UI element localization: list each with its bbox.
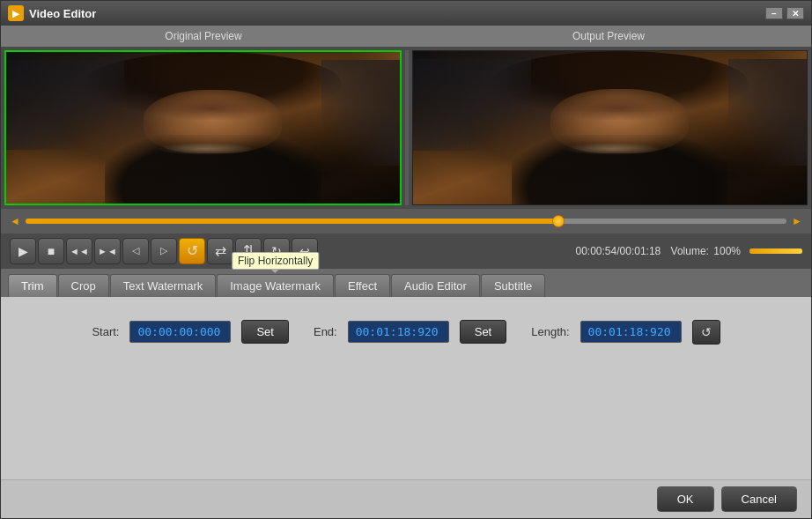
- output-preview-panel: [412, 50, 808, 205]
- start-time-input[interactable]: [129, 321, 231, 343]
- end-label: End:: [314, 325, 337, 338]
- title-bar: ▶ Video Editor − ✕: [1, 1, 811, 26]
- controls-bar: ▶ ■ ◄◄ ►◄ ◁ ▷ ↺ ⇄ ⇅ ↻ ↩ 00:00:54/00:01:1…: [1, 234, 811, 269]
- reset-icon: ↺: [701, 325, 712, 339]
- tab-effect[interactable]: Effect: [335, 274, 390, 297]
- set-end-button[interactable]: Set: [460, 320, 507, 344]
- app-icon: ▶: [8, 5, 24, 21]
- trim-controls: Start: Set End: Set Length: ↺: [18, 320, 794, 345]
- set-start-button[interactable]: Set: [241, 320, 289, 344]
- volume-percent: 100%: [713, 245, 741, 257]
- seekbar-thumb[interactable]: [552, 215, 565, 227]
- preview-labels: Original Preview Output Preview: [1, 26, 811, 47]
- preview-area: [1, 47, 811, 209]
- seekbar-end-arrow: ►: [792, 215, 802, 227]
- undo-button[interactable]: ↩: [292, 238, 318, 264]
- volume-up-button[interactable]: ►◄: [94, 238, 121, 264]
- output-preview-label: Output Preview: [406, 30, 811, 42]
- tab-trim[interactable]: Trim: [8, 274, 57, 297]
- tabs-bar: Trim Crop Text Watermark Image Watermark…: [1, 269, 811, 297]
- seekbar-start-arrow: ◄: [10, 215, 20, 227]
- cancel-button[interactable]: Cancel: [721, 486, 797, 512]
- tab-subtitle[interactable]: Subtitle: [481, 274, 545, 297]
- volume-bar[interactable]: [749, 248, 802, 254]
- reset-button[interactable]: ↺: [692, 320, 720, 345]
- original-preview-panel: [4, 50, 402, 205]
- ok-button[interactable]: OK: [657, 486, 714, 512]
- bottom-bar: OK Cancel: [1, 479, 811, 518]
- content-area: Start: Set End: Set Length: ↺: [1, 297, 811, 480]
- preview-divider: [405, 50, 409, 205]
- volume-down-button[interactable]: ◄◄: [66, 238, 92, 264]
- rotate-button[interactable]: ↻: [263, 238, 290, 264]
- original-preview-label: Original Preview: [1, 30, 406, 42]
- mark-out-button[interactable]: ▷: [151, 238, 177, 264]
- active-button[interactable]: ↺: [179, 238, 205, 264]
- stop-button[interactable]: ■: [38, 238, 64, 264]
- flip-h-button[interactable]: ⇄: [207, 238, 233, 264]
- mark-in-button[interactable]: ◁: [122, 238, 149, 264]
- flip-v-button[interactable]: ⇅: [235, 238, 262, 264]
- tab-image-watermark[interactable]: Image Watermark Flip Horizontally: [217, 274, 334, 297]
- seekbar-area[interactable]: ◄ ►: [1, 209, 811, 234]
- seekbar-track[interactable]: [26, 219, 786, 224]
- length-label: Length:: [531, 325, 569, 338]
- video-editor-window: ▶ Video Editor − ✕ Original Preview Outp…: [0, 0, 812, 519]
- end-time-input[interactable]: [348, 321, 449, 343]
- time-display: 00:00:54/00:01:18 Volume: 100%: [575, 245, 741, 257]
- start-label: Start:: [92, 325, 119, 338]
- play-button[interactable]: ▶: [10, 238, 36, 264]
- close-button[interactable]: ✕: [786, 7, 804, 19]
- tab-crop[interactable]: Crop: [58, 274, 109, 297]
- length-input[interactable]: [580, 321, 682, 343]
- tab-audio-editor[interactable]: Audio Editor: [391, 274, 480, 297]
- window-title: Video Editor: [29, 7, 765, 20]
- minimize-button[interactable]: −: [765, 7, 783, 19]
- volume-fill: [749, 248, 802, 254]
- window-controls: − ✕: [765, 7, 804, 19]
- volume-label: Volume:: [671, 245, 709, 257]
- tab-text-watermark[interactable]: Text Watermark: [110, 274, 217, 297]
